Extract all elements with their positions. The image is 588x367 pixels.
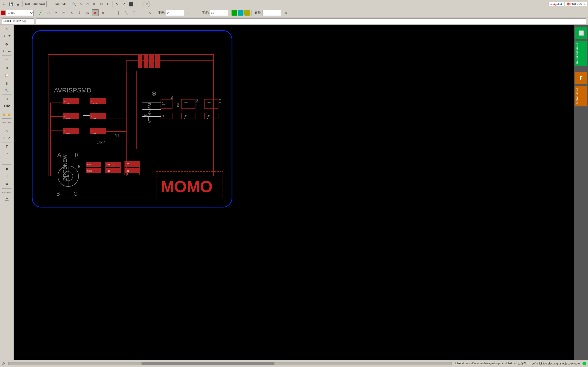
pad-n5c-label: N$5 (93, 117, 96, 120)
pad-n1 (90, 128, 106, 134)
arc-tool[interactable]: ⌒ (2, 157, 12, 164)
arc2-tool[interactable]: ⌣ (138, 9, 145, 16)
route-start-btn[interactable]: ↖ (114, 1, 120, 7)
wave-tool[interactable]: ∿ (2, 128, 12, 134)
avrispsmd-label: AVRISPSMD (54, 87, 91, 94)
zoom-in-btn[interactable]: 🔍 (70, 1, 77, 7)
parts-btn[interactable]: ⋮ (48, 1, 54, 7)
drc-tool[interactable]: DRC (7, 190, 12, 196)
more-btn[interactable]: ⋮ (135, 1, 141, 7)
more-tools-btn[interactable]: » (283, 9, 290, 16)
command-input[interactable] (36, 18, 586, 24)
pad-n5 (90, 98, 106, 104)
width-input[interactable] (210, 10, 228, 16)
miter-tool[interactable]: ▭ (84, 9, 91, 16)
split-tool[interactable]: ✄ (61, 9, 67, 16)
show-tool[interactable]: 👁 (7, 33, 12, 39)
delete-tool[interactable]: 🗑 (2, 80, 12, 87)
save-btn[interactable]: 💾 (8, 1, 14, 7)
arc1-tool[interactable]: ⌒ (131, 9, 138, 16)
sep4 (112, 1, 113, 7)
layer-dropdown[interactable]: 1 Top 2 Route2 16 Bottom (6, 10, 34, 16)
radius-toggle2[interactable]: ¬ (193, 9, 200, 16)
x-route-tool[interactable]: ✕ (92, 9, 99, 16)
polygon-tool[interactable]: ⬡ (45, 9, 52, 16)
move-tool[interactable]: ✥ (2, 41, 12, 48)
half-radius-input[interactable] (166, 10, 184, 16)
x-split-tool[interactable]: ⤫ (99, 9, 106, 16)
lock-tool[interactable]: 🔒 (2, 111, 7, 117)
1r4-l2: 2 (184, 118, 185, 120)
smd-tool[interactable]: SMD (2, 102, 12, 109)
rotate-tool[interactable]: ↻ (2, 48, 7, 54)
print-btn[interactable]: 🖨 (15, 1, 21, 7)
diameter-input[interactable] (262, 10, 281, 16)
board-btn[interactable]: BRD (32, 1, 38, 7)
sep-s6 (2, 110, 11, 110)
us1-pad-2-n: N$4 (162, 115, 165, 117)
pad-n2-label: 2 (64, 130, 65, 132)
square-tool[interactable]: □ (2, 173, 12, 179)
help-btn[interactable]: ? (144, 1, 150, 7)
schematic-btn[interactable]: SCH (24, 1, 32, 7)
r3-label-b: 2 (108, 173, 109, 175)
pcb-canvas[interactable]: AVRISPSMD U$2 11 ATTINY45SI US1 10k 1R4 … (14, 25, 574, 360)
route-tool[interactable]: ⤢ (2, 135, 7, 141)
designlink-logo[interactable]: designlink (548, 2, 564, 6)
yellow-layer-btn[interactable] (244, 10, 250, 16)
undo-btn[interactable]: ↩ (1, 1, 7, 7)
zoom-out-btn[interactable]: ⊖ (78, 1, 84, 7)
route-pair: ⤢ A (2, 135, 12, 141)
via-tool[interactable]: ✂ (52, 9, 60, 16)
radius-toggle[interactable]: ⌐ (185, 9, 192, 16)
zoom-fit-btn[interactable]: ⊡ (84, 1, 91, 7)
orange-panel-icon[interactable]: F (575, 72, 587, 84)
sep-s12 (2, 188, 11, 189)
ulp-btn[interactable]: ULP (61, 1, 68, 7)
pad-tool[interactable]: ⊕ (2, 96, 12, 102)
wire-tool[interactable]: ╱ (37, 9, 44, 16)
auto-tool[interactable]: A (7, 135, 12, 141)
sep-s4 (2, 79, 11, 79)
mirror-tool[interactable]: ⇔ (7, 48, 12, 54)
green-panel-icon[interactable]: ⬜ (575, 27, 587, 39)
s-curve-tool[interactable]: S (146, 9, 153, 16)
cap-tool[interactable]: R/K (7, 119, 12, 126)
paste-tool[interactable]: 📋 (2, 72, 12, 78)
props-tool[interactable]: 🔧 (2, 87, 12, 94)
layer-mgr-tool[interactable]: ≣ (2, 181, 12, 187)
zoom-100-btn[interactable]: 1:1 (98, 1, 104, 7)
curve-tool[interactable]: ∿ (68, 9, 75, 16)
line-d-tool[interactable]: ╲ (123, 9, 130, 16)
script-btn[interactable]: SCR (55, 1, 61, 7)
coil-tool[interactable]: ⌇ (76, 9, 83, 16)
select-tool[interactable]: ↖ (2, 26, 12, 32)
cam-btn[interactable]: CAM (39, 1, 45, 7)
text-tool[interactable]: T (2, 143, 12, 150)
erc-tool[interactable]: ERC (2, 190, 7, 196)
main-area: ↖ ℹ 👁 ✥ ↻ ⇔ ─ ⧉ 📋 🗑 🔧 ⊕ SMD 🔒 🔓 R/K R/K (0, 25, 588, 360)
manufacturing-btn[interactable]: MANUFACTURING (575, 41, 587, 66)
unlock-tool[interactable]: 🔓 (7, 111, 12, 117)
info-tool[interactable]: ℹ (2, 33, 7, 39)
route-end-btn[interactable]: ↗ (121, 1, 127, 7)
stop-btn[interactable]: ⬛ (128, 1, 134, 7)
green-layer-btn[interactable] (232, 10, 237, 16)
canvas-area[interactable]: AVRISPSMD U$2 11 ATTINY45SI US1 10k 1R4 … (14, 25, 574, 360)
scrollbar[interactable] (8, 362, 452, 365)
rect-tool[interactable]: ■ (2, 166, 12, 172)
erc-drc-pair: ERC DRC (2, 190, 12, 196)
line-v-tool[interactable]: │ (115, 9, 122, 16)
pcbquote-logo[interactable]: 🔴 PCB QUOTE (565, 2, 587, 6)
line-h-tool[interactable]: ─ (107, 9, 114, 16)
circle-tool[interactable]: ○ (2, 150, 12, 157)
refresh-btn[interactable]: ↻ (105, 1, 111, 7)
fusion-sync-btn[interactable]: FUSION SYNC (575, 86, 587, 106)
zoom-box-btn[interactable]: ⊞ (91, 1, 98, 7)
via-2-inner (145, 115, 147, 116)
warning-icon: ⚠ (2, 361, 6, 366)
teal-layer-btn[interactable] (238, 10, 243, 16)
copy-tool[interactable]: ⧉ (2, 65, 12, 71)
res-tool[interactable]: R/K (2, 119, 7, 126)
line-tool-s[interactable]: ─ (2, 56, 12, 63)
